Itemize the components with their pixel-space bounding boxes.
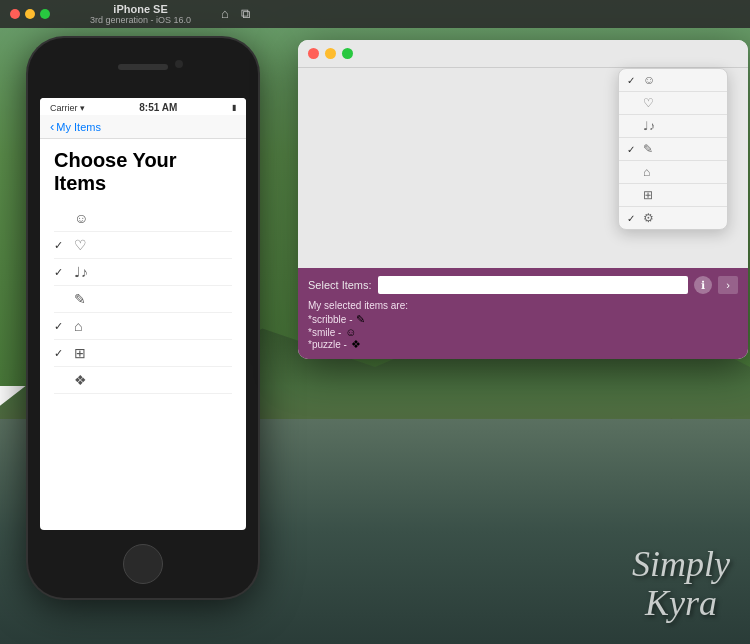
item-icon: ⊞ [74, 345, 86, 361]
footer-item-icon: ❖ [351, 338, 361, 351]
dropdown-check-icon: ✓ [627, 75, 637, 86]
dropdown-item-icon: ♡ [643, 96, 654, 110]
dropdown-list-item[interactable]: ♡ [619, 92, 727, 115]
mac-bar-icons: ⌂ ⧉ [221, 6, 250, 22]
dropdown-items-list: ✓☺♡♩♪✓✎⌂⊞✓⚙ [619, 69, 727, 229]
win-min-dot[interactable] [325, 48, 336, 59]
dropdown-check-icon: ✓ [627, 144, 637, 155]
ios-list-item[interactable]: ✓⊞ [54, 340, 232, 367]
check-icon: ✓ [54, 239, 66, 252]
watermark: Simply Kyra [632, 545, 730, 624]
mac-window-controls[interactable] [10, 9, 50, 19]
ios-back-button[interactable]: ‹ My Items [50, 119, 101, 134]
win-close-dot[interactable] [308, 48, 319, 59]
dropdown-list-item[interactable]: ✓✎ [619, 138, 727, 161]
ios-battery: ▮ [232, 103, 236, 112]
items-dropdown[interactable]: ✓☺♡♩♪✓✎⌂⊞✓⚙ [618, 68, 728, 230]
dropdown-item-icon: ♩♪ [643, 119, 655, 133]
watermark-line2: Kyra [632, 584, 730, 624]
mac-title-main: iPhone SE [113, 3, 167, 15]
ios-list-item[interactable]: ✓⌂ [54, 313, 232, 340]
footer-item-icon: ☺ [345, 326, 356, 338]
footer-item-icon: ✎ [356, 313, 365, 326]
item-icon: ☺ [74, 210, 88, 226]
select-label: Select Items: [308, 279, 372, 291]
iphone-camera [175, 60, 183, 68]
dropdown-item-icon: ☺ [643, 73, 655, 87]
mac-maximize-dot[interactable] [40, 9, 50, 19]
ios-time: 8:51 AM [139, 102, 177, 113]
select-input[interactable] [378, 276, 688, 294]
duplicate-icon[interactable]: ⧉ [241, 6, 250, 22]
next-button[interactable]: › [718, 276, 738, 294]
ios-back-label: My Items [56, 121, 101, 133]
ios-list-item[interactable]: ✎ [54, 286, 232, 313]
footer-selected-item: *puzzle -❖ [308, 338, 738, 351]
check-icon: ✓ [54, 266, 66, 279]
wifi-icon: ▾ [80, 103, 85, 113]
mac-close-dot[interactable] [10, 9, 20, 19]
iphone-home-button[interactable] [123, 544, 163, 584]
footer-selected-items: *scribble -✎*smile -☺*puzzle -❖ [308, 313, 738, 351]
check-icon: ✓ [54, 320, 66, 333]
dropdown-list-item[interactable]: ♩♪ [619, 115, 727, 138]
item-icon: ♡ [74, 237, 87, 253]
footer-item-name: *scribble - [308, 314, 352, 325]
selected-items-title: My selected items are: [308, 300, 738, 311]
dropdown-item-icon: ⌂ [643, 165, 650, 179]
ios-list-item[interactable]: ☺ [54, 205, 232, 232]
ios-carrier: Carrier ▾ [50, 103, 85, 113]
ios-items-list: ☺✓♡✓♩♪✎✓⌂✓⊞❖ [54, 205, 232, 394]
mac-device-title: iPhone SE 3rd generation - iOS 16.0 [90, 3, 191, 25]
dropdown-list-item[interactable]: ⊞ [619, 184, 727, 207]
info-button[interactable]: ℹ [694, 276, 712, 294]
item-icon: ❖ [74, 372, 87, 388]
back-arrow-icon: ‹ [50, 119, 54, 134]
iphone-speaker [118, 64, 168, 70]
dropdown-list-item[interactable]: ✓⚙ [619, 207, 727, 229]
iphone-frame: Carrier ▾ 8:51 AM ▮ ‹ My Items Choose Yo… [28, 38, 258, 598]
footer-item-name: *smile - [308, 327, 341, 338]
mac-title-sub: 3rd generation - iOS 16.0 [90, 15, 191, 25]
mac-window-titlebar [298, 40, 748, 68]
footer-selected-item: *smile -☺ [308, 326, 738, 338]
macos-titlebar: iPhone SE 3rd generation - iOS 16.0 ⌂ ⧉ [0, 0, 750, 28]
watermark-line1: Simply [632, 545, 730, 585]
dropdown-item-icon: ⚙ [643, 211, 654, 225]
footer-selected-item: *scribble -✎ [308, 313, 738, 326]
battery-icon: ▮ [232, 103, 236, 112]
check-icon: ✓ [54, 347, 66, 360]
mac-window-body: ✓☺♡♩♪✓✎⌂⊞✓⚙ [298, 68, 748, 268]
ios-list-item[interactable]: ✓♡ [54, 232, 232, 259]
dropdown-item-icon: ✎ [643, 142, 653, 156]
mac-minimize-dot[interactable] [25, 9, 35, 19]
win-max-dot[interactable] [342, 48, 353, 59]
footer-item-name: *puzzle - [308, 339, 347, 350]
item-icon: ⌂ [74, 318, 82, 334]
item-icon: ♩♪ [74, 264, 88, 280]
dropdown-check-icon: ✓ [627, 213, 637, 224]
dropdown-list-item[interactable]: ✓☺ [619, 69, 727, 92]
ios-list-item[interactable]: ❖ [54, 367, 232, 394]
ios-list-item[interactable]: ✓♩♪ [54, 259, 232, 286]
dropdown-item-icon: ⊞ [643, 188, 653, 202]
ios-content: Choose Your Items ☺✓♡✓♩♪✎✓⌂✓⊞❖ [40, 139, 246, 404]
ios-page-title: Choose Your Items [54, 149, 232, 195]
home-icon[interactable]: ⌂ [221, 6, 229, 22]
iphone-screen: Carrier ▾ 8:51 AM ▮ ‹ My Items Choose Yo… [40, 98, 246, 530]
dropdown-list-item[interactable]: ⌂ [619, 161, 727, 184]
item-icon: ✎ [74, 291, 86, 307]
ios-status-bar: Carrier ▾ 8:51 AM ▮ [40, 98, 246, 115]
mac-app-window: ✓☺♡♩♪✓✎⌂⊞✓⚙ Select Items: ℹ › My selecte… [298, 40, 748, 359]
select-items-row: Select Items: ℹ › [308, 276, 738, 294]
ios-navbar[interactable]: ‹ My Items [40, 115, 246, 139]
mac-window-footer: Select Items: ℹ › My selected items are:… [298, 268, 748, 359]
